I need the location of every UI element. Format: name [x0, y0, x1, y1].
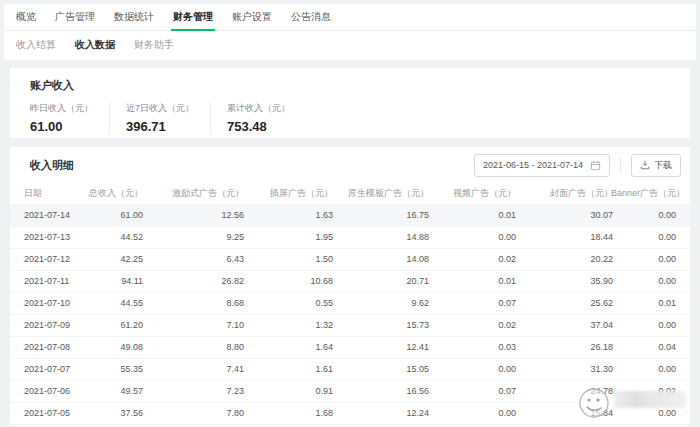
account-income-title: 账户收入: [30, 78, 670, 93]
calendar-icon: [590, 160, 601, 171]
table-row[interactable]: 2021-07-14 61.00 12.56 1.63 16.75 0.01 3…: [10, 204, 690, 226]
subnav-item-income-data[interactable]: 收入数据: [75, 38, 115, 52]
cell-date: 2021-07-05: [10, 402, 100, 424]
cell-interstitial-ads: 0.55: [258, 292, 347, 314]
nav-item-financial-management[interactable]: 财务管理: [173, 4, 213, 30]
cell-video-ads: 0.01: [443, 204, 530, 226]
date-range-value: 2021-06-15 - 2021-07-14: [483, 160, 583, 170]
cell-total-income: 44.52: [100, 226, 157, 248]
cell-rewarded-ads: 7.41: [157, 358, 258, 380]
cell-video-ads: 0.07: [443, 380, 530, 402]
cell-native-template-ads: 15.73: [347, 314, 443, 336]
cell-rewarded-ads: 6.43: [157, 248, 258, 270]
main-nav: 概览 广告管理 数据统计 财务管理 账户设置 公告消息: [4, 4, 696, 31]
cell-total-income: 44.55: [100, 292, 157, 314]
table-row[interactable]: 2021-07-06 49.57 7.23 0.91 16.56 0.07 24…: [10, 380, 690, 402]
cell-interstitial-ads: 1.95: [258, 226, 347, 248]
account-income-stats: 昨日收入（元） 61.00 近7日收入（元） 396.71 累计收入（元） 75…: [30, 102, 670, 134]
cell-total-income: 49.08: [100, 336, 157, 358]
cell-rewarded-ads: 7.23: [157, 380, 258, 402]
account-income-card: 账户收入 昨日收入（元） 61.00 近7日收入（元） 396.71 累计收入（…: [10, 68, 690, 138]
cell-banner-ads: 0.00: [627, 248, 690, 270]
cell-cover-ads: 20.22: [530, 248, 627, 270]
cell-video-ads: 0.02: [443, 314, 530, 336]
cell-total-income: 49.57: [100, 380, 157, 402]
cell-total-income: 61.20: [100, 314, 157, 336]
cell-rewarded-ads: 12.56: [157, 204, 258, 226]
table-header-row: 日期 总收入（元） 激励式广告（元） 插屏广告（元） 原生模板广告（元） 视频广…: [10, 183, 690, 204]
cell-cover-ads: 37.04: [530, 314, 627, 336]
cell-video-ads: 0.00: [443, 358, 530, 380]
cell-native-template-ads: 20.71: [347, 270, 443, 292]
cell-native-template-ads: 9.62: [347, 292, 443, 314]
income-table-body: 2021-07-14 61.00 12.56 1.63 16.75 0.01 3…: [10, 204, 690, 424]
cell-total-income: 94.11: [100, 270, 157, 292]
top-bar: 概览 广告管理 数据统计 财务管理 账户设置 公告消息 收入结算 收入数据 财务…: [4, 4, 696, 60]
nav-item-announcements[interactable]: 公告消息: [291, 4, 331, 30]
stat-label: 昨日收入（元）: [30, 102, 93, 115]
cell-total-income: 37.56: [100, 402, 157, 424]
cell-interstitial-ads: 1.64: [258, 336, 347, 358]
cell-video-ads: 0.00: [443, 226, 530, 248]
cell-rewarded-ads: 7.10: [157, 314, 258, 336]
cell-video-ads: 0.02: [443, 248, 530, 270]
cell-date: 2021-07-13: [10, 226, 100, 248]
cell-cover-ads: 30.07: [530, 204, 627, 226]
download-button[interactable]: 下载: [631, 154, 681, 177]
table-row[interactable]: 2021-07-11 94.11 26.82 10.68 20.71 0.01 …: [10, 270, 690, 292]
cell-native-template-ads: 16.56: [347, 380, 443, 402]
cell-video-ads: 0.01: [443, 270, 530, 292]
col-header-total-income: 总收入（元）: [89, 183, 143, 204]
table-row[interactable]: 2021-07-08 49.08 8.80 1.64 12.41 0.03 26…: [10, 336, 690, 358]
nav-item-account-settings[interactable]: 账户设置: [232, 4, 272, 30]
cell-interstitial-ads: 1.61: [258, 358, 347, 380]
table-row[interactable]: 2021-07-10 44.55 8.68 0.55 9.62 0.07 25.…: [10, 292, 690, 314]
cell-total-income: 42.25: [100, 248, 157, 270]
stat-value: 396.71: [126, 119, 194, 134]
cell-native-template-ads: 12.41: [347, 336, 443, 358]
nav-item-data-statistics[interactable]: 数据统计: [114, 4, 154, 30]
subnav-item-income-settlement[interactable]: 收入结算: [16, 38, 56, 52]
table-row[interactable]: 2021-07-07 55.35 7.41 1.61 15.05 0.00 31…: [10, 358, 690, 380]
cell-banner-ads: 0.00: [627, 358, 690, 380]
download-label: 下载: [654, 159, 672, 172]
cell-video-ads: 0.03: [443, 336, 530, 358]
cell-date: 2021-07-07: [10, 358, 100, 380]
date-range-picker[interactable]: 2021-06-15 - 2021-07-14: [474, 154, 610, 177]
cell-interstitial-ads: 1.63: [258, 204, 347, 226]
cell-date: 2021-07-10: [10, 292, 100, 314]
cell-interstitial-ads: 10.68: [258, 270, 347, 292]
cell-rewarded-ads: 8.68: [157, 292, 258, 314]
income-detail-card: 收入明细 2021-06-15 - 2021-07-14: [10, 147, 690, 426]
cell-cover-ads: 35.90: [530, 270, 627, 292]
cell-banner-ads: 0.00: [627, 314, 690, 336]
table-row[interactable]: 2021-07-13 44.52 9.25 1.95 14.88 0.00 18…: [10, 226, 690, 248]
stat-last7days-income: 近7日收入（元） 396.71: [110, 102, 211, 134]
table-row[interactable]: 2021-07-09 61.20 7.10 1.32 15.73 0.02 37…: [10, 314, 690, 336]
col-header-video-ads: 视频广告（元）: [453, 183, 516, 204]
cell-native-template-ads: 14.88: [347, 226, 443, 248]
nav-item-overview[interactable]: 概览: [16, 4, 36, 30]
sub-nav: 收入结算 收入数据 财务助手: [4, 31, 696, 59]
cell-rewarded-ads: 26.82: [157, 270, 258, 292]
cell-native-template-ads: 16.75: [347, 204, 443, 226]
cell-banner-ads: 0.02: [627, 380, 690, 402]
cell-interstitial-ads: 1.68: [258, 402, 347, 424]
stat-label: 近7日收入（元）: [126, 102, 194, 115]
cell-native-template-ads: 14.08: [347, 248, 443, 270]
table-row[interactable]: 2021-07-12 42.25 6.43 1.50 14.08 0.02 20…: [10, 248, 690, 270]
cell-interstitial-ads: 0.91: [258, 380, 347, 402]
cell-banner-ads: 0.00: [627, 226, 690, 248]
stat-value: 753.48: [227, 119, 290, 134]
cell-rewarded-ads: 9.25: [157, 226, 258, 248]
cell-cover-ads: 25.62: [530, 292, 627, 314]
cell-banner-ads: 0.00: [627, 204, 690, 226]
nav-item-ad-management[interactable]: 广告管理: [55, 4, 95, 30]
table-row[interactable]: 2021-07-05 37.56 7.80 1.68 12.24 0.00 15…: [10, 402, 690, 424]
cell-date: 2021-07-12: [10, 248, 100, 270]
cell-total-income: 55.35: [100, 358, 157, 380]
income-detail-title: 收入明细: [30, 158, 74, 173]
subnav-item-finance-assistant[interactable]: 财务助手: [134, 38, 174, 52]
cell-banner-ads: 0.00: [627, 270, 690, 292]
download-icon: [640, 160, 650, 170]
